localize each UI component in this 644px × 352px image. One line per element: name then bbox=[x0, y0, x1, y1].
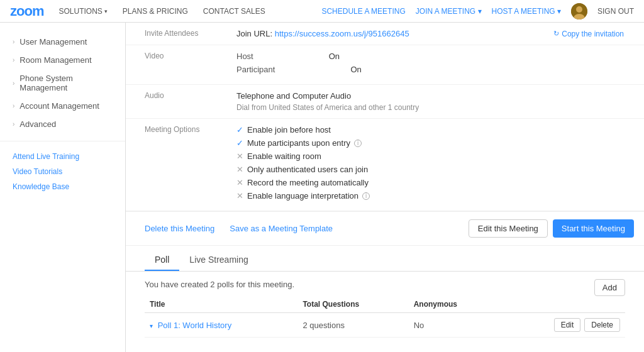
sidebar-item-user-management[interactable]: › User Management bbox=[0, 33, 125, 51]
poll-total-questions: 2 questions bbox=[297, 313, 408, 338]
poll-row: ▾ Poll 1: World History 2 questions No E… bbox=[145, 313, 625, 338]
meeting-options-row: Meeting Options ✓ Enable join before hos… bbox=[126, 119, 644, 211]
invite-row: Invite Attendees Join URL: https://succe… bbox=[126, 23, 644, 45]
poll-anonymous: No bbox=[409, 313, 498, 338]
sidebar-link-live-training[interactable]: Attend Live Training bbox=[0, 149, 125, 164]
video-host-row: Host On bbox=[236, 52, 634, 61]
sidebar-link-video-tutorials[interactable]: Video Tutorials bbox=[0, 164, 125, 179]
actions-row: Delete this Meeting Save as a Meeting Te… bbox=[126, 211, 644, 246]
sidebar-item-phone-system[interactable]: › Phone System Management bbox=[0, 69, 125, 97]
option-language-interpretation: ✕ Enable language interpretation i bbox=[236, 191, 634, 201]
content: Invite Attendees Join URL: https://succe… bbox=[126, 23, 644, 352]
invite-label: Invite Attendees bbox=[126, 23, 226, 45]
edit-meeting-button[interactable]: Edit this Meeting bbox=[469, 219, 548, 238]
main-layout: › User Management › Room Management › Ph… bbox=[0, 23, 644, 352]
header-right: SCHEDULE A MEETING JOIN A MEETING ▾ HOST… bbox=[321, 3, 634, 19]
invite-value: Join URL: https://success.zoom.us/j/9516… bbox=[226, 23, 511, 45]
poll-col-actions bbox=[498, 296, 625, 313]
nav-solutions[interactable]: SOLUTIONS ▾ bbox=[58, 7, 107, 16]
chevron-down-icon: ▾ bbox=[104, 8, 108, 14]
chevron-right-icon: › bbox=[13, 57, 14, 63]
tabs-row: Poll Live Streaming bbox=[126, 248, 644, 272]
avatar[interactable] bbox=[571, 3, 587, 19]
join-url-text: Join URL: bbox=[236, 29, 272, 38]
sidebar-item-room-management[interactable]: › Room Management bbox=[0, 51, 125, 69]
delete-poll-button[interactable]: Delete bbox=[584, 318, 620, 332]
poll-description: You have created 2 polls for this meetin… bbox=[145, 280, 294, 289]
option-record-automatically: ✕ Record the meeting automatically bbox=[236, 178, 634, 187]
poll-title: ▾ Poll 1: World History bbox=[145, 313, 297, 338]
nav-plans[interactable]: PLANS & PRICING bbox=[123, 7, 188, 16]
poll-col-questions: Total Questions bbox=[297, 296, 408, 313]
tab-live-streaming[interactable]: Live Streaming bbox=[179, 248, 258, 271]
meeting-options-label: Meeting Options bbox=[126, 119, 226, 211]
nav-contact-sales[interactable]: CONTACT SALES bbox=[203, 7, 265, 16]
sidebar: › User Management › Room Management › Ph… bbox=[0, 23, 126, 352]
join-url-link[interactable]: https://success.zoom.us/j/951662645 bbox=[275, 29, 409, 38]
poll-row-actions: Edit Delete bbox=[498, 313, 625, 338]
copy-invitation-link[interactable]: ↻ Copy the invitation bbox=[553, 30, 634, 38]
option-waiting-room: ✕ Enable waiting room bbox=[236, 151, 634, 161]
poll-col-anonymous: Anonymous bbox=[409, 296, 498, 313]
chevron-right-icon: › bbox=[13, 121, 14, 128]
add-poll-button[interactable]: Add bbox=[594, 279, 625, 296]
header-left: zoom SOLUTIONS ▾ PLANS & PRICING CONTACT… bbox=[10, 3, 265, 19]
sidebar-divider bbox=[0, 141, 125, 141]
header: zoom SOLUTIONS ▾ PLANS & PRICING CONTACT… bbox=[0, 0, 644, 23]
cross-icon: ✕ bbox=[236, 178, 243, 187]
chevron-down-icon: ▾ bbox=[478, 7, 482, 16]
cross-icon: ✕ bbox=[236, 191, 243, 201]
chevron-right-icon: › bbox=[13, 80, 14, 87]
copy-icon: ↻ bbox=[553, 30, 559, 38]
video-value: Host On Participant On bbox=[226, 45, 644, 85]
option-mute-participants: ✓ Mute participants upon entry i bbox=[236, 138, 634, 148]
poll-table: Title Total Questions Anonymous ▾ Poll 1… bbox=[145, 296, 625, 338]
audio-label: Audio bbox=[126, 85, 226, 119]
join-meeting-link[interactable]: JOIN A MEETING ▾ bbox=[416, 7, 482, 16]
checkmark-icon: ✓ bbox=[236, 125, 243, 135]
schedule-meeting-link[interactable]: SCHEDULE A MEETING bbox=[321, 7, 405, 16]
svg-point-1 bbox=[576, 6, 582, 13]
chevron-right-icon: › bbox=[13, 102, 14, 109]
signout-button[interactable]: SIGN OUT bbox=[597, 7, 634, 16]
sidebar-item-advanced[interactable]: › Advanced bbox=[0, 115, 125, 133]
expand-icon[interactable]: ▾ bbox=[150, 322, 153, 329]
edit-poll-button[interactable]: Edit bbox=[554, 318, 581, 332]
checkmark-icon: ✓ bbox=[236, 138, 243, 148]
info-icon[interactable]: i bbox=[354, 140, 362, 147]
action-buttons: Edit this Meeting Start this Meeting bbox=[469, 219, 634, 238]
sidebar-item-account-management[interactable]: › Account Management bbox=[0, 97, 125, 115]
logo[interactable]: zoom bbox=[10, 3, 43, 19]
video-label: Video bbox=[126, 45, 226, 85]
audio-row: Audio Telephone and Computer Audio Dial … bbox=[126, 85, 644, 119]
option-authenticated-users: ✕ Only authenticated users can join bbox=[236, 165, 634, 174]
info-icon[interactable]: i bbox=[362, 192, 370, 200]
sidebar-link-knowledge-base[interactable]: Knowledge Base bbox=[0, 179, 125, 194]
video-row: Video Host On Participant On bbox=[126, 45, 644, 85]
save-template-link[interactable]: Save as a Meeting Template bbox=[230, 224, 333, 233]
video-participant-row: Participant On bbox=[236, 65, 634, 74]
meeting-detail-table: Invite Attendees Join URL: https://succe… bbox=[126, 23, 644, 211]
audio-value: Telephone and Computer Audio Dial from U… bbox=[226, 85, 644, 119]
poll-section: You have created 2 polls for this meetin… bbox=[126, 272, 644, 345]
cross-icon: ✕ bbox=[236, 165, 243, 174]
host-meeting-link[interactable]: HOST A MEETING ▾ bbox=[492, 7, 561, 16]
chevron-down-icon: ▾ bbox=[557, 7, 561, 16]
chevron-right-icon: › bbox=[13, 38, 14, 45]
poll-col-title: Title bbox=[145, 296, 297, 313]
option-join-before-host: ✓ Enable join before host bbox=[236, 125, 634, 135]
start-meeting-button[interactable]: Start this Meeting bbox=[553, 219, 634, 238]
tab-poll[interactable]: Poll bbox=[145, 248, 179, 271]
meeting-options-value: ✓ Enable join before host ✓ Mute partici… bbox=[226, 119, 644, 211]
cross-icon: ✕ bbox=[236, 151, 243, 161]
delete-meeting-link[interactable]: Delete this Meeting bbox=[145, 224, 214, 233]
